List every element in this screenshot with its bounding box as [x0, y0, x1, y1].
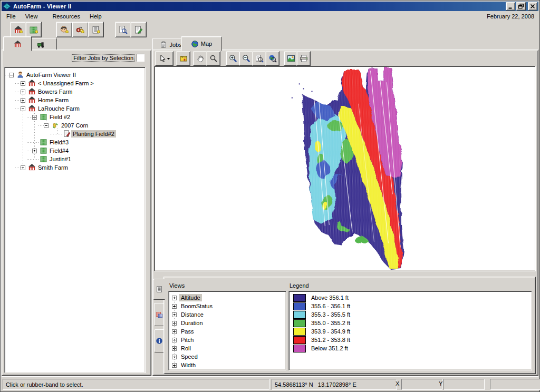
tree-item-autofarm-viewer-ii[interactable]: AutoFarm Viewer II [16, 71, 78, 79]
map-toolbar [154, 51, 537, 66]
edit-report-button[interactable] [130, 22, 147, 37]
views-item-speed[interactable]: Speed [179, 352, 286, 361]
tree-item-justin-1[interactable]: Justin#1 [40, 155, 73, 163]
tree-guide-line [57, 129, 58, 134]
barn-icon [28, 79, 36, 87]
tree-item-field-2[interactable]: Field #2 [40, 113, 72, 121]
list-icon [156, 286, 163, 293]
filter-row: Filter Jobs by Selection [72, 54, 144, 62]
views-item-pass[interactable]: Pass [179, 327, 286, 336]
filter-jobs-checkbox[interactable] [137, 54, 144, 62]
barn-icon [28, 87, 36, 96]
add-farm-button[interactable] [10, 22, 26, 37]
add-equipment-button[interactable] [72, 22, 88, 37]
titlebar: AutoFarm - Viewer II [2, 2, 538, 11]
tree-item-field-3[interactable]: Field#3 [40, 138, 70, 146]
views-item-boomstatus[interactable]: BoomStatus [179, 302, 286, 310]
map-canvas[interactable] [154, 66, 536, 271]
views-expander-expand[interactable] [172, 296, 177, 300]
zoom-tool-button[interactable] [206, 51, 220, 66]
field-overlay-icon [156, 311, 163, 318]
menu-resources[interactable]: Resources [47, 12, 85, 21]
views-list[interactable]: AltitudeBoomStatusDistanceDurationPassPi… [168, 291, 286, 370]
zoom-extent-button[interactable] [252, 51, 266, 66]
measure-tool-button[interactable] [176, 51, 190, 66]
pan-tool-button[interactable] [193, 51, 207, 66]
menu-help[interactable]: Help [85, 12, 107, 21]
zoom-world-button[interactable] [265, 51, 279, 66]
menu-view[interactable]: View [21, 12, 43, 21]
tree-item-label: Bowers Farm [36, 88, 74, 95]
tree-connector [38, 125, 44, 126]
print-map-button[interactable] [296, 51, 311, 66]
field-icon [40, 146, 48, 155]
zoom-out-button[interactable] [239, 51, 253, 66]
app-window: AutoFarm - Viewer II FileViewResourcesHe… [0, 0, 540, 392]
window-title: AutoFarm - Viewer II [13, 3, 505, 9]
legend-entry: Below 351.2 ft [293, 344, 348, 352]
legend-entry: 353.9 - 354.9 ft [293, 327, 350, 336]
farm-tree[interactable]: AutoFarm Viewer II< Unassigned Farm >Bow… [4, 67, 146, 373]
select-tool-button[interactable] [155, 51, 173, 66]
legend-swatch [293, 336, 306, 344]
legend-range-label: 355.6 - 356.1 ft [311, 303, 350, 309]
altitude-map [155, 66, 535, 271]
info-tab[interactable] [154, 329, 165, 352]
tree-guide-line [23, 78, 23, 168]
field-icon [40, 155, 48, 163]
tab-map[interactable]: Map [181, 36, 222, 51]
main-toolbar [2, 22, 538, 36]
person-add-icon [60, 25, 69, 34]
zoom-globe-icon [268, 54, 277, 63]
tree-item-label: AutoFarm Viewer II [25, 71, 78, 79]
image-icon [287, 54, 295, 63]
tree-item-home-farm[interactable]: Home Farm [28, 96, 70, 104]
views-item-distance[interactable]: Distance [179, 310, 286, 319]
legend-range-label: Above 356.1 ft [311, 295, 349, 301]
menu-file[interactable]: File [2, 12, 21, 21]
document-magnifier-icon [119, 25, 128, 34]
legend-swatch [293, 345, 306, 352]
printer-icon [300, 54, 308, 63]
views-item-altitude[interactable]: Altitude [179, 293, 286, 302]
tree-item-smith-farm[interactable]: Smith Farm [28, 163, 70, 172]
add-field-button[interactable] [25, 22, 42, 37]
views-item-duration[interactable]: Duration [179, 319, 286, 327]
tree-item-label: Field #2 [48, 113, 72, 121]
close-button[interactable] [528, 2, 537, 11]
add-crop-button[interactable] [88, 22, 104, 37]
tree-item--unassigned-farm-[interactable]: < Unassigned Farm > [28, 79, 95, 87]
find-job-button[interactable] [115, 22, 131, 37]
tree-item-label: < Unassigned Farm > [36, 80, 95, 87]
legend-swatch [293, 311, 306, 319]
legend-swatch [293, 294, 306, 302]
views-item-width[interactable]: Width [179, 361, 286, 369]
views-item-pitch[interactable]: Pitch [179, 336, 286, 344]
views-item-roll[interactable]: Roll [179, 344, 286, 352]
tree-item-label: Field#3 [48, 139, 70, 146]
magnifier-icon [209, 54, 218, 63]
layers-tab[interactable] [154, 303, 165, 326]
tree-connector [15, 109, 21, 109]
tree-item-planting-field-2[interactable]: Planting Field#2 [63, 130, 116, 138]
horizontal-splitter[interactable] [154, 271, 536, 277]
tree-expander-collapse[interactable] [9, 73, 14, 77]
legend-swatch [293, 328, 306, 336]
tree-item-bowers-farm[interactable]: Bowers Farm [28, 87, 74, 96]
tree-item-larouche-farm[interactable]: LaRouche Farm [28, 104, 81, 113]
add-operator-button[interactable] [56, 22, 72, 37]
views-item-label: Width [179, 361, 197, 369]
legend-swatch [293, 302, 306, 310]
zoom-in-button[interactable] [226, 51, 240, 66]
views-tab[interactable] [153, 279, 165, 300]
user-icon [16, 71, 25, 79]
tab-farms[interactable] [3, 36, 32, 51]
tree-item-field-4[interactable]: Field#4 [40, 146, 70, 155]
export-image-button[interactable] [284, 51, 298, 66]
field-icon [40, 138, 48, 146]
minimize-button[interactable] [506, 2, 515, 11]
tree-item-2007-corn[interactable]: 2007 Corn [51, 121, 90, 130]
restore-button[interactable] [516, 2, 526, 11]
views-item-label: Pitch [179, 336, 195, 344]
views-item-label: Distance [179, 311, 205, 318]
